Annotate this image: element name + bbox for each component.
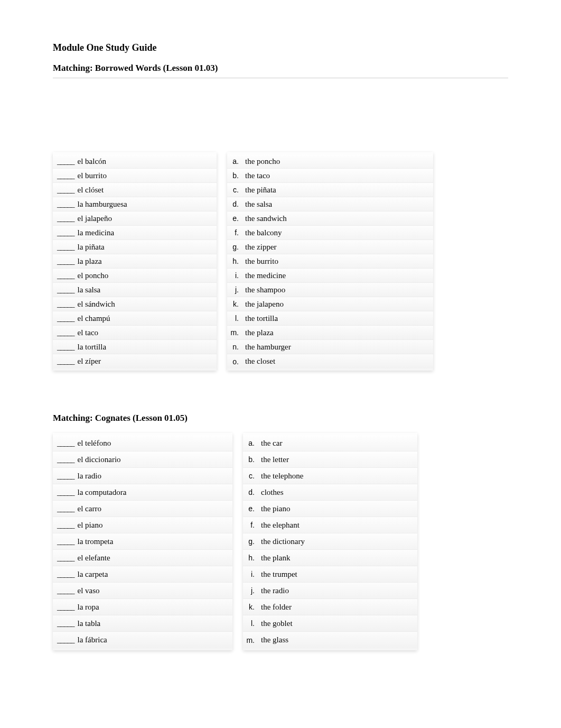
answer-option: a.the car bbox=[243, 435, 417, 451]
answer-option: c.the telephone bbox=[243, 468, 417, 484]
matching-item: _____ la tabla bbox=[53, 615, 232, 632]
spanish-word: la trompeta bbox=[78, 537, 114, 546]
english-word: the piano bbox=[261, 504, 417, 513]
option-letter: a. bbox=[229, 157, 245, 165]
blank-line[interactable]: _____ bbox=[57, 214, 74, 223]
answer-option: c.the piñata bbox=[227, 183, 433, 197]
answer-option: k.the folder bbox=[243, 599, 417, 615]
blank-line[interactable]: _____ bbox=[57, 243, 74, 252]
matching-item: _____ el sándwich bbox=[53, 297, 217, 311]
blank-line[interactable]: _____ bbox=[57, 603, 74, 612]
option-letter: b. bbox=[229, 171, 245, 180]
blank-line[interactable]: _____ bbox=[57, 586, 74, 595]
english-word: the closet bbox=[245, 357, 433, 366]
english-word: the goblet bbox=[261, 619, 417, 628]
spanish-word: la computadora bbox=[78, 488, 127, 497]
english-word: the car bbox=[261, 439, 417, 448]
blank-line[interactable]: _____ bbox=[57, 285, 74, 294]
spanish-word: la fábrica bbox=[78, 635, 107, 644]
english-word: the plank bbox=[261, 554, 417, 563]
page-title: Module One Study Guide bbox=[53, 42, 508, 53]
option-letter: e. bbox=[245, 504, 261, 513]
blank-line[interactable]: _____ bbox=[57, 171, 74, 180]
blank-line[interactable]: _____ bbox=[57, 521, 74, 530]
spanish-word: el clóset bbox=[78, 186, 104, 195]
english-word: the folder bbox=[261, 603, 417, 612]
option-letter: i. bbox=[245, 570, 261, 578]
english-word: the elephant bbox=[261, 521, 417, 530]
spanish-word: la hamburguesa bbox=[78, 200, 127, 209]
spanish-word: el champú bbox=[78, 314, 110, 323]
blank-line[interactable]: _____ bbox=[57, 271, 74, 280]
english-word: the burrito bbox=[245, 257, 433, 266]
blank-line[interactable]: _____ bbox=[57, 619, 74, 628]
answer-option: m.the plaza bbox=[227, 326, 433, 340]
spanish-word: el vaso bbox=[78, 586, 100, 595]
section2-heading: Matching: Cognates (Lesson 01.05) bbox=[53, 413, 508, 423]
matching-item: _____ la trompeta bbox=[53, 533, 232, 550]
answer-option: h.the burrito bbox=[227, 254, 433, 269]
english-word: the hamburger bbox=[245, 343, 433, 352]
option-letter: j. bbox=[229, 285, 245, 294]
english-word: the zipper bbox=[245, 243, 433, 252]
matching-item: _____ la carpeta bbox=[53, 566, 232, 583]
matching-item: _____ el balcón bbox=[53, 154, 217, 169]
spanish-word: el piano bbox=[78, 521, 103, 530]
matching-item: _____ la hamburguesa bbox=[53, 197, 217, 211]
english-word: the medicine bbox=[245, 271, 433, 280]
spanish-word: la radio bbox=[78, 472, 101, 481]
english-word: the letter bbox=[261, 455, 417, 464]
answer-option: f.the elephant bbox=[243, 517, 417, 533]
blank-line[interactable]: _____ bbox=[57, 314, 74, 323]
option-letter: g. bbox=[245, 537, 261, 546]
answer-option: m.the glass bbox=[243, 632, 417, 648]
matching-item: _____ el burrito bbox=[53, 169, 217, 183]
blank-line[interactable]: _____ bbox=[57, 472, 74, 481]
blank-line[interactable]: _____ bbox=[57, 157, 74, 166]
blank-line[interactable]: _____ bbox=[57, 439, 74, 448]
matching-item: _____ el diccionario bbox=[53, 451, 232, 468]
blank-line[interactable]: _____ bbox=[57, 504, 74, 513]
blank-line[interactable]: _____ bbox=[57, 488, 74, 497]
answer-option: h.the plank bbox=[243, 550, 417, 566]
answer-option: e.the sandwich bbox=[227, 211, 433, 226]
section1-heading: Matching: Borrowed Words (Lesson 01.03) bbox=[53, 63, 508, 73]
option-letter: e. bbox=[229, 214, 245, 223]
spanish-word: el burrito bbox=[78, 171, 107, 180]
matching-item: _____ la radio bbox=[53, 468, 232, 484]
blank-line[interactable]: _____ bbox=[57, 200, 74, 209]
blank-line[interactable]: _____ bbox=[57, 228, 74, 237]
matching-item: _____ el jalapeño bbox=[53, 211, 217, 226]
blank-line[interactable]: _____ bbox=[57, 257, 74, 266]
answer-option: j.the shampoo bbox=[227, 283, 433, 297]
matching-item: _____ la salsa bbox=[53, 283, 217, 297]
english-word: the tortilla bbox=[245, 314, 433, 323]
option-letter: j. bbox=[245, 586, 261, 595]
section1-left-column: _____ el balcón_____ el burrito_____ el … bbox=[53, 152, 217, 371]
option-letter: c. bbox=[245, 472, 261, 480]
blank-line[interactable]: _____ bbox=[57, 455, 74, 464]
blank-line[interactable]: _____ bbox=[57, 343, 74, 352]
blank-line[interactable]: _____ bbox=[57, 537, 74, 546]
english-word: the taco bbox=[245, 171, 433, 180]
matching-item: _____ la plaza bbox=[53, 254, 217, 269]
spanish-word: el taco bbox=[78, 328, 99, 337]
blank-line[interactable]: _____ bbox=[57, 570, 74, 579]
english-word: the sandwich bbox=[245, 214, 433, 223]
option-letter: g. bbox=[229, 243, 245, 251]
spanish-word: el carro bbox=[78, 504, 101, 513]
blank-line[interactable]: _____ bbox=[57, 635, 74, 644]
answer-option: d.the salsa bbox=[227, 197, 433, 211]
spanish-word: el sándwich bbox=[78, 300, 115, 309]
blank-line[interactable]: _____ bbox=[57, 357, 74, 366]
spanish-word: el diccionario bbox=[78, 455, 121, 464]
blank-line[interactable]: _____ bbox=[57, 300, 74, 309]
blank-line[interactable]: _____ bbox=[57, 328, 74, 337]
blank-line[interactable]: _____ bbox=[57, 554, 74, 563]
answer-option: l.the goblet bbox=[243, 615, 417, 632]
blank-line[interactable]: _____ bbox=[57, 186, 74, 195]
option-letter: o. bbox=[229, 357, 245, 366]
divider bbox=[53, 78, 508, 78]
answer-option: k.the jalapeno bbox=[227, 297, 433, 311]
section2-matching: _____ el teléfono_____ el diccionario___… bbox=[53, 433, 508, 650]
